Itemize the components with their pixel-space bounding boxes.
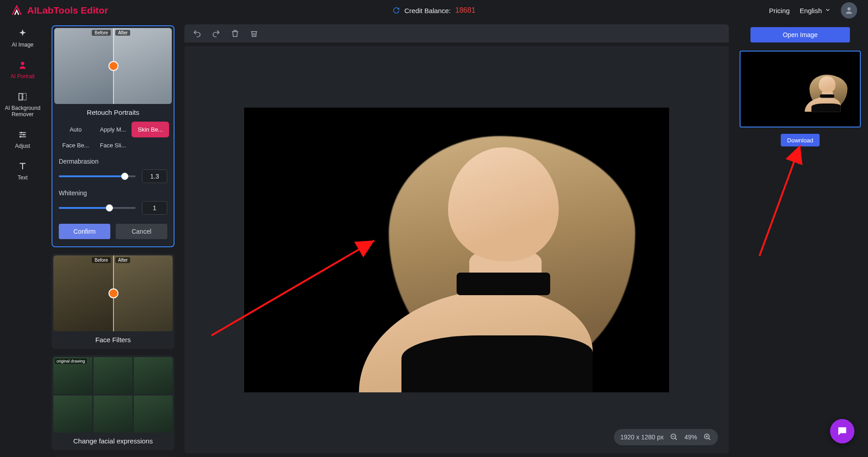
pricing-link[interactable]: Pricing	[769, 7, 790, 14]
sparkle-icon	[17, 28, 28, 39]
dermabrasion-label: Dermabrasion	[59, 158, 167, 165]
redo-icon[interactable]	[212, 29, 221, 38]
svg-rect-2	[19, 94, 22, 100]
canvas-zoom: 49%	[684, 433, 697, 441]
person-icon	[844, 6, 854, 15]
mode-face-beautify[interactable]: Face Be...	[57, 137, 94, 153]
zoom-out-icon[interactable]	[670, 433, 678, 441]
rail-text[interactable]: Text	[2, 161, 43, 181]
mode-face-slim[interactable]: Face Sli...	[94, 137, 132, 153]
card-retouch-portraits[interactable]: Before After Retouch Portraits Auto Appl…	[52, 25, 175, 247]
mode-apply-makeup[interactable]: Apply M...	[94, 122, 132, 137]
canvas-dimensions: 1920 x 1280 px	[620, 433, 664, 441]
dermabrasion-value[interactable]: 1.3	[142, 170, 167, 183]
rail-label: AI Portrait	[10, 73, 34, 80]
clear-all-icon[interactable]	[250, 29, 259, 38]
mode-tabs: Auto Apply M... Skin Be... Face Be... Fa…	[54, 122, 172, 153]
chevron-down-icon	[825, 7, 831, 14]
download-button[interactable]: Download	[781, 134, 820, 146]
mode-auto[interactable]: Auto	[57, 122, 94, 137]
language-selector[interactable]: English	[800, 7, 831, 14]
canvas-toolbar	[184, 24, 729, 42]
credit-value: 18681	[455, 6, 476, 14]
expressions-preview: original drawing	[53, 357, 173, 433]
trash-icon[interactable]	[231, 29, 240, 38]
card-face-filters[interactable]: Before After Face Filters	[52, 254, 175, 349]
svg-point-0	[848, 7, 851, 10]
undo-icon[interactable]	[193, 29, 202, 38]
dermabrasion-slider[interactable]	[59, 175, 136, 177]
chat-fab[interactable]	[830, 419, 854, 443]
whitening-label: Whitening	[59, 189, 167, 197]
retouch-title: Retouch Portraits	[54, 108, 172, 116]
portrait-icon	[17, 60, 28, 71]
canvas-area: 1920 x 1280 px 49%	[181, 21, 732, 457]
rail-adjust[interactable]: Adjust	[2, 129, 43, 149]
whitening-slider[interactable]	[59, 207, 136, 209]
language-label: English	[800, 7, 822, 14]
after-badge: After	[115, 30, 130, 36]
app-header: AILabTools Editor Credit Balance: 18681 …	[0, 0, 868, 21]
rail-label: AI Image	[12, 42, 33, 48]
credit-label: Credit Balance:	[404, 7, 451, 14]
compare-handle-icon[interactable]	[113, 28, 114, 104]
refresh-icon[interactable]	[392, 7, 400, 14]
before-badge: Before	[92, 30, 110, 36]
rail-bg-remover[interactable]: AI Background Remover	[2, 91, 43, 118]
svg-point-1	[21, 62, 24, 65]
logo[interactable]: AILabTools Editor	[11, 5, 108, 16]
whitening-value[interactable]: 1	[142, 201, 167, 215]
rail-ai-portrait[interactable]: AI Portrait	[2, 60, 43, 80]
bg-remove-icon	[17, 91, 28, 102]
sliders-icon	[17, 129, 28, 140]
retouch-preview: Before After	[54, 28, 172, 104]
user-avatar[interactable]	[841, 2, 857, 19]
face-filters-preview: Before After	[53, 255, 173, 331]
rail-ai-image[interactable]: AI Image	[2, 28, 43, 48]
cancel-button[interactable]: Cancel	[116, 224, 167, 239]
before-badge: Before	[92, 257, 110, 263]
svg-line-10	[760, 145, 800, 256]
zoom-in-icon[interactable]	[703, 433, 712, 441]
canvas-stage[interactable]: 1920 x 1280 px 49%	[184, 46, 729, 453]
svg-point-6	[20, 136, 22, 138]
tool-rail: AI Image AI Portrait AI Background Remov…	[0, 21, 45, 457]
rail-label: Adjust	[15, 143, 30, 149]
image-thumbnail[interactable]	[740, 51, 861, 127]
mode-skin-beautify[interactable]: Skin Be...	[132, 122, 169, 137]
confirm-button[interactable]: Confirm	[59, 224, 110, 239]
after-badge: After	[115, 257, 130, 263]
compare-handle-icon[interactable]	[113, 255, 114, 331]
expressions-title: Change facial expressions	[53, 437, 173, 445]
main-image	[244, 108, 669, 392]
credit-display: Credit Balance: 18681	[392, 6, 475, 14]
text-icon	[17, 161, 28, 172]
svg-point-5	[23, 134, 25, 136]
svg-rect-3	[23, 94, 26, 100]
rail-label: Text	[18, 174, 28, 181]
original-tag: original drawing	[55, 358, 87, 364]
svg-point-4	[20, 132, 22, 134]
logo-icon	[11, 5, 23, 16]
chat-icon	[836, 425, 848, 437]
right-panel: Open Image Download	[732, 21, 868, 457]
card-change-expressions[interactable]: original drawing Change facial expressio…	[52, 355, 175, 450]
tool-panel: Before After Retouch Portraits Auto Appl…	[45, 21, 181, 457]
app-title: AILabTools Editor	[27, 5, 108, 16]
face-filters-title: Face Filters	[53, 336, 173, 344]
rail-label: AI Background Remover	[2, 105, 43, 118]
canvas-status: 1920 x 1280 px 49%	[614, 429, 718, 445]
open-image-button[interactable]: Open Image	[750, 27, 850, 42]
